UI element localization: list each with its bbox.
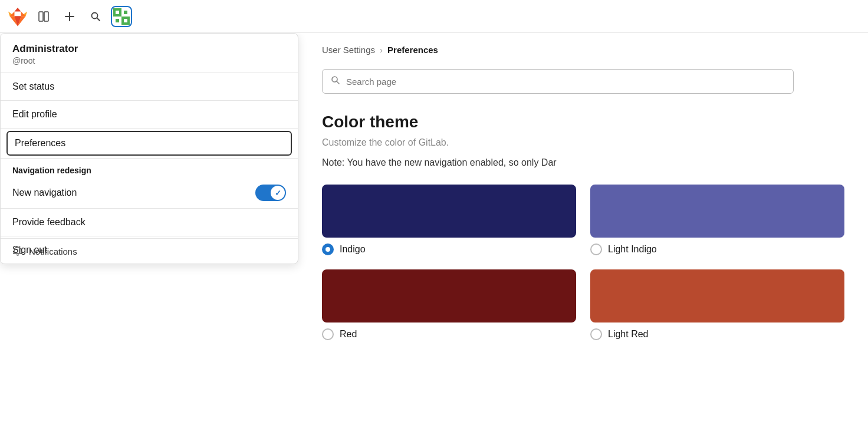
- theme-option-light-indigo[interactable]: Light Indigo: [590, 185, 844, 255]
- section-title: Color theme: [322, 113, 844, 131]
- svg-rect-8: [116, 11, 119, 14]
- topbar: [0, 0, 868, 33]
- svg-rect-10: [116, 19, 119, 22]
- theme-label-light-indigo: Light Indigo: [608, 244, 657, 255]
- notifications-row: Notifications: [1, 238, 298, 264]
- breadcrumb: User Settings › Preferences: [322, 45, 844, 55]
- color-themes-grid: IndigoLight IndigoRedLight Red: [322, 185, 844, 340]
- notifications-icon: [12, 246, 23, 256]
- svg-rect-9: [124, 11, 127, 14]
- section-subtitle: Customize the color of GitLab.: [322, 137, 844, 148]
- theme-swatch-light-red: [590, 269, 844, 322]
- set-status-item[interactable]: Set status: [1, 73, 298, 100]
- notifications-label: Notifications: [29, 246, 77, 256]
- dropdown-username: Administrator: [12, 43, 286, 55]
- theme-label-light-red: Light Red: [608, 329, 649, 340]
- dropdown-header: Administrator @root: [1, 34, 298, 73]
- svg-rect-0: [39, 12, 43, 21]
- edit-profile-item[interactable]: Edit profile: [1, 101, 298, 128]
- toggle-knob: ✓: [271, 186, 285, 200]
- breadcrumb-current: Preferences: [387, 45, 438, 55]
- search-page-input[interactable]: [346, 77, 785, 87]
- provide-feedback-item[interactable]: Provide feedback: [1, 209, 298, 236]
- toggle-check-icon: ✓: [275, 189, 281, 198]
- new-navigation-toggle[interactable]: ✓: [255, 185, 286, 201]
- theme-swatch-indigo: [322, 185, 576, 238]
- svg-rect-11: [124, 19, 127, 22]
- content-area: User Settings › Preferences Color theme …: [298, 33, 868, 441]
- preferences-item[interactable]: Preferences: [6, 131, 292, 156]
- user-dropdown-menu: Administrator @root Set status Edit prof…: [0, 33, 298, 264]
- note-text: Note: You have the new navigation enable…: [322, 157, 844, 168]
- theme-label-row-light-indigo: Light Indigo: [590, 243, 844, 255]
- sidebar-toggle-button[interactable]: [33, 6, 54, 27]
- new-tab-button[interactable]: [59, 6, 80, 27]
- theme-option-indigo[interactable]: Indigo: [322, 185, 576, 255]
- dropdown-handle: @root: [12, 56, 286, 65]
- theme-option-light-red[interactable]: Light Red: [590, 269, 844, 340]
- main-layout: Administrator @root Set status Edit prof…: [0, 33, 868, 441]
- new-navigation-label: New navigation: [12, 187, 77, 198]
- theme-label-row-light-red: Light Red: [590, 328, 844, 340]
- theme-option-red[interactable]: Red: [322, 269, 576, 340]
- theme-swatch-light-indigo: [590, 185, 844, 238]
- gitlab-logo-icon: [7, 6, 28, 27]
- theme-radio-red[interactable]: [322, 328, 334, 340]
- svg-rect-1: [44, 12, 48, 21]
- search-button[interactable]: [85, 6, 106, 27]
- user-avatar-button[interactable]: [111, 6, 132, 27]
- search-page-icon: [331, 75, 340, 87]
- theme-label-indigo: Indigo: [340, 244, 366, 255]
- theme-radio-light-indigo[interactable]: [590, 243, 602, 255]
- breadcrumb-separator: ›: [380, 45, 383, 55]
- new-navigation-row: New navigation ✓: [1, 177, 298, 208]
- theme-label-red: Red: [340, 329, 357, 340]
- theme-radio-indigo[interactable]: [322, 243, 334, 255]
- theme-swatch-red: [322, 269, 576, 322]
- theme-radio-light-red[interactable]: [590, 328, 602, 340]
- theme-label-row-indigo: Indigo: [322, 243, 576, 255]
- divider-2: [1, 128, 298, 129]
- nav-redesign-label: Navigation redesign: [1, 159, 298, 177]
- breadcrumb-parent[interactable]: User Settings: [322, 45, 375, 55]
- search-box: [322, 69, 794, 94]
- theme-label-row-red: Red: [322, 328, 576, 340]
